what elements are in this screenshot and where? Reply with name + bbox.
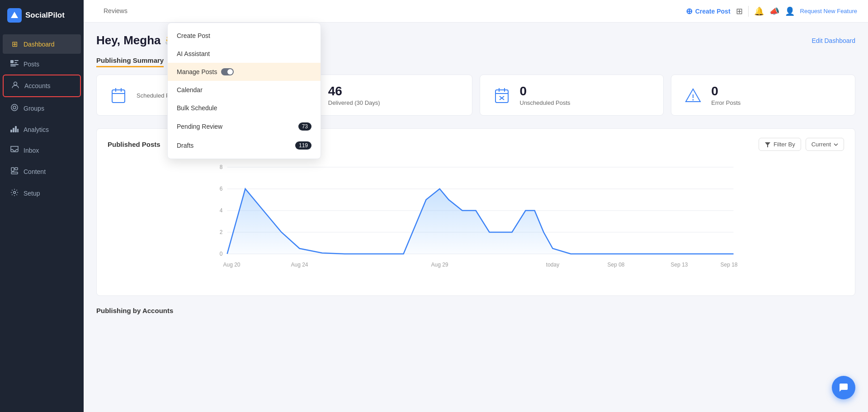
svg-rect-2: [14, 60, 19, 61]
create-post-button[interactable]: ⊕ Create Post: [686, 6, 731, 16]
svg-rect-15: [11, 172, 18, 174]
toggle-switch[interactable]: [221, 68, 234, 75]
topbar: Reviews ⊕ Create Post ⊞ 🔔 📣 👤 Request Ne…: [84, 0, 868, 23]
edit-dashboard-button[interactable]: Edit Dashboard: [811, 37, 855, 44]
toggle-knob: [227, 69, 233, 75]
svg-text:today: today: [546, 262, 559, 268]
sidebar-nav: ⊞ Dashboard Posts: [0, 31, 84, 207]
svg-rect-9: [10, 130, 12, 132]
request-feature-link[interactable]: Request New Feature: [800, 8, 857, 14]
svg-text:Aug 24: Aug 24: [291, 262, 308, 268]
tab-reviews[interactable]: Reviews: [94, 1, 137, 22]
greeting: Hey, Megha 👋: [96, 33, 179, 47]
chart-container: 8 6 4 2 0: [108, 158, 844, 286]
stat-card-unscheduled: 0 Unscheduled Posts: [480, 75, 664, 116]
dropdown-ai-assistant[interactable]: AI Assistant: [168, 45, 321, 63]
chart-title: Published Posts: [108, 140, 160, 148]
svg-rect-3: [14, 62, 17, 63]
bell-icon[interactable]: 🔔: [754, 6, 764, 16]
accounts-icon: [11, 81, 20, 91]
sidebar-item-content[interactable]: Content: [3, 161, 81, 182]
sidebar-item-accounts[interactable]: Accounts: [3, 75, 81, 97]
sidebar-item-analytics[interactable]: Analytics: [3, 120, 81, 140]
topbar-tabs: Reviews: [94, 1, 679, 22]
topbar-right: ⊕ Create Post ⊞ 🔔 📣 👤 Request New Featur…: [686, 6, 857, 17]
megaphone-icon[interactable]: 📣: [769, 6, 779, 16]
inbox-icon: [10, 146, 19, 155]
svg-rect-10: [13, 128, 14, 132]
filter-button[interactable]: Filter By: [759, 138, 801, 151]
svg-point-8: [13, 106, 16, 109]
svg-text:Sep 13: Sep 13: [670, 262, 688, 268]
unscheduled-icon: [491, 84, 513, 106]
svg-point-16: [14, 192, 16, 194]
svg-text:4: 4: [220, 207, 223, 214]
unscheduled-label: Unscheduled Posts: [520, 99, 571, 106]
sidebar-label-inbox: Inbox: [24, 147, 39, 154]
svg-text:Sep 08: Sep 08: [607, 262, 624, 268]
plus-circle-icon: ⊕: [686, 6, 693, 16]
stat-card-error: 0 Error Posts: [671, 75, 855, 116]
svg-rect-17: [112, 90, 125, 103]
sidebar-label-dashboard: Dashboard: [24, 41, 55, 48]
period-select[interactable]: Current: [806, 138, 844, 151]
svg-text:6: 6: [220, 186, 223, 192]
dropdown-create-post[interactable]: Create Post: [168, 27, 321, 45]
sidebar-label-analytics: Analytics: [24, 126, 49, 133]
logo[interactable]: SocialPilot: [0, 0, 84, 31]
divider: [748, 6, 749, 17]
svg-text:Sep 18: Sep 18: [720, 262, 737, 268]
drafts-badge: 119: [295, 141, 311, 150]
dropdown-drafts[interactable]: Drafts 119: [168, 136, 321, 155]
dropdown-pending-review[interactable]: Pending Review 73: [168, 117, 321, 136]
unscheduled-number: 0: [520, 84, 571, 98]
sidebar-item-posts[interactable]: Posts: [3, 55, 81, 74]
chat-icon: [838, 382, 849, 393]
pending-review-badge: 73: [298, 122, 311, 131]
svg-point-7: [11, 104, 18, 111]
svg-rect-5: [10, 66, 16, 66]
logo-text: SocialPilot: [25, 11, 65, 20]
svg-text:Aug 29: Aug 29: [431, 262, 448, 268]
grid-icon[interactable]: ⊞: [736, 6, 743, 16]
analytics-icon: [10, 125, 19, 134]
svg-point-34: [693, 99, 694, 100]
manage-posts-row: Manage Posts: [177, 68, 234, 75]
svg-rect-1: [10, 60, 14, 63]
scheduled-icon: [108, 84, 129, 106]
posts-dropdown-menu: Create Post AI Assistant Manage Posts Ca…: [167, 23, 321, 159]
svg-rect-26: [495, 90, 508, 103]
chart-controls: Filter By Current: [759, 138, 844, 151]
unscheduled-info: 0 Unscheduled Posts: [520, 84, 571, 106]
dropdown-bulk-schedule[interactable]: Bulk Schedule: [168, 99, 321, 117]
publishing-summary-title: Publishing Summary: [96, 56, 164, 67]
error-number: 0: [711, 84, 741, 98]
filter-icon: [764, 141, 771, 148]
sidebar-label-posts: Posts: [24, 61, 39, 68]
dropdown-calendar[interactable]: Calendar: [168, 81, 321, 99]
svg-rect-11: [15, 126, 17, 132]
svg-point-6: [14, 82, 17, 85]
user-icon[interactable]: 👤: [785, 6, 795, 16]
content-icon: [10, 167, 19, 177]
dropdown-manage-posts[interactable]: Manage Posts: [168, 63, 321, 81]
sidebar-item-dashboard[interactable]: ⊞ Dashboard: [3, 34, 81, 54]
sidebar-label-content: Content: [24, 168, 46, 175]
error-label: Error Posts: [711, 99, 741, 106]
main-area: Reviews ⊕ Create Post ⊞ 🔔 📣 👤 Request Ne…: [84, 0, 868, 412]
error-info: 0 Error Posts: [711, 84, 741, 106]
svg-rect-12: [17, 129, 19, 132]
chevron-down-icon: [834, 143, 838, 146]
sidebar-label-setup: Setup: [24, 190, 40, 197]
svg-text:2: 2: [220, 229, 223, 235]
sidebar-item-setup[interactable]: Setup: [3, 183, 81, 204]
sidebar-item-inbox[interactable]: Inbox: [3, 140, 81, 160]
chat-button[interactable]: [832, 376, 855, 399]
sidebar-item-groups[interactable]: Groups: [3, 98, 81, 119]
delivered-label: Delivered (30 Days): [328, 99, 380, 106]
error-icon: [682, 84, 704, 106]
logo-icon: [7, 8, 22, 23]
publishing-accounts-title: Publishing by Accounts: [96, 307, 855, 314]
delivered-info: 46 Delivered (30 Days): [328, 84, 380, 106]
setup-icon: [10, 188, 19, 198]
